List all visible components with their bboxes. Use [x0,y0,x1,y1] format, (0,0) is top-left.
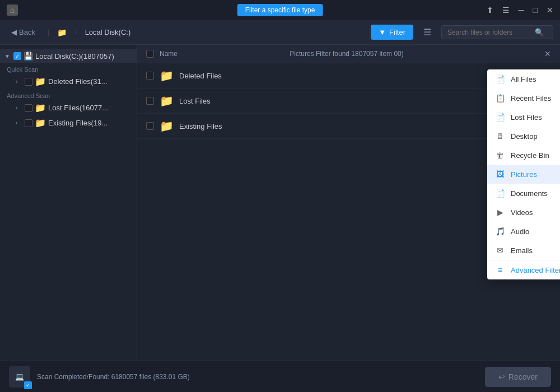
dropdown-videos[interactable]: ▶ Videos [487,203,560,222]
recycle-bin-label: Recycle Bin [511,151,549,160]
emails-label: Emails [511,246,533,255]
check-badge-icon: ✓ [24,381,32,389]
back-button[interactable]: ◀ Back [7,26,40,39]
titlebar: ⌂ Filter a specific file type ⬆ ☰ ─ □ ✕ [0,0,560,20]
lost-expand-icon: › [16,105,22,111]
all-files-icon: 📄 [495,74,505,83]
root-checkbox[interactable]: ✓ [13,52,21,60]
dropdown-all-files[interactable]: 📄 All Files [487,69,560,88]
expand-icon: ▼ [4,53,11,59]
sidebar-lost-files[interactable]: › 📁 Lost Files(16077... [0,100,137,115]
close-icon[interactable]: ✕ [547,6,553,15]
file-name-1: Lost Files [179,97,478,105]
pictures-label: Pictures [511,170,537,179]
dropdown-lost-files[interactable]: 📄 Lost Files [487,108,560,127]
sidebar-existing-files[interactable]: › 📁 Existing Files(19... [0,115,137,130]
recent-files-icon: 📋 [495,94,505,102]
maximize-icon[interactable]: □ [533,6,538,15]
computer-icon: 💻 [15,372,24,381]
audio-icon: 🎵 [495,227,505,236]
file-name-0: Deleted Files [179,72,478,80]
list-view-button[interactable]: ☰ [419,25,436,40]
deleted-expand-icon: › [16,78,22,85]
titlebar-center: Filter a specific file type [237,4,323,16]
titlebar-left: ⌂ [7,4,18,16]
advanced-filter-icon: ≡ [495,265,505,274]
menu-icon[interactable]: ☰ [502,6,510,15]
audio-label: Audio [511,227,529,236]
row-checkbox-1[interactable] [146,97,154,105]
lost-folder-icon: 📁 [35,102,46,113]
row-checkbox-2[interactable] [146,122,154,130]
recover-icon: ↩ [498,372,505,381]
nav-separator: | [48,28,49,36]
filter-icon: ▼ [379,28,386,36]
emails-icon: ✉ [495,246,505,255]
filter-label: Filter [389,28,405,36]
header-checkbox[interactable] [146,50,154,58]
dropdown-recycle-bin[interactable]: 🗑 Recycle Bin [487,146,560,165]
titlebar-controls: ⬆ ☰ ─ □ ✕ [487,6,553,15]
documents-label: Documents [511,189,548,198]
dropdown-documents[interactable]: 📄 Documents [487,184,560,203]
folder-icon-1: 📁 [160,94,174,108]
quick-scan-label: Quick Scan [0,63,137,74]
toolbar: ◀ Back | 📁 › Local Disk(C:) ▼ Filter ☰ 🔍 [0,20,560,45]
search-input[interactable] [447,29,531,36]
existing-folder-icon: 📁 [35,118,46,128]
filter-button[interactable]: ▼ Filter [371,25,413,40]
back-arrow-icon: ◀ [11,28,17,36]
filter-badge: Filter a specific file type [237,4,323,16]
row-checkbox-0[interactable] [146,72,154,80]
col-name-header: Name [160,50,284,58]
deleted-checkbox[interactable] [25,78,32,86]
nav-path: Local Disk(C:) [85,28,131,36]
back-label: Back [19,28,35,36]
dropdown-advanced-filter[interactable]: ≡ Advanced Filter [487,260,560,279]
dropdown-audio[interactable]: 🎵 Audio [487,222,560,241]
existing-checkbox[interactable] [25,119,32,127]
recent-files-label: Recent Files [511,94,551,102]
filelist: Name Pictures Filter found 1807057 item … [137,45,560,361]
existing-expand-icon: › [16,120,22,126]
search-icon: 🔍 [535,28,544,36]
minimize-icon[interactable]: ─ [519,6,524,15]
sidebar-root[interactable]: ▼ ✓ 💾 Local Disk(C:)(1807057) [0,49,137,63]
filelist-header: Name Pictures Filter found 1807057 item … [137,45,560,63]
dropdown-emails[interactable]: ✉ Emails [487,241,560,260]
videos-label: Videos [511,208,533,217]
pictures-icon: 🖼 [495,170,505,179]
dropdown-pictures[interactable]: 🖼 Pictures ✓ [487,165,560,184]
advanced-filter-label: Advanced Filter [511,266,560,274]
disk-folder-icon: 📁 [57,28,67,37]
sidebar: ▼ ✓ 💾 Local Disk(C:)(1807057) Quick Scan… [0,45,137,361]
deleted-files-label: Deleted Files(31... [48,77,108,86]
dropdown-recent-files[interactable]: 📋 Recent Files [487,88,560,108]
recover-button[interactable]: ↩ Recover [485,367,551,387]
bottombar: 💻 ✓ Scan Completed/Found: 6180057 files … [0,361,560,392]
search-box[interactable]: 🔍 [441,25,553,39]
home-icon[interactable]: ⌂ [7,4,18,16]
deleted-folder-icon: 📁 [35,76,46,87]
existing-files-label: Existing Files(19... [48,119,108,127]
desktop-label: Desktop [511,132,538,141]
videos-icon: ▶ [495,208,505,217]
advanced-scan-label: Advanced Scan [0,89,137,100]
folder-icon-2: 📁 [160,119,174,133]
share-icon[interactable]: ⬆ [487,6,493,15]
lost-files-label: Lost Files(16077... [48,104,108,112]
filelist-close-button[interactable]: ✕ [544,49,551,58]
recycle-bin-icon: 🗑 [495,151,505,160]
root-label: Local Disk(C:)(1807057) [35,52,114,60]
lost-checkbox[interactable] [25,104,32,112]
dropdown-desktop[interactable]: 🖥 Desktop [487,127,560,146]
disk-icon: 💾 [24,52,33,60]
nav-arrow: › [74,28,77,36]
main: ▼ ✓ 💾 Local Disk(C:)(1807057) Quick Scan… [0,45,560,361]
sidebar-deleted-files[interactable]: › 📁 Deleted Files(31... [0,74,137,89]
desktop-icon: 🖥 [495,132,505,141]
folder-icon-0: 📁 [160,69,174,82]
computer-icon-wrap: 💻 ✓ [9,366,30,388]
lost-files-label: Lost Files [511,113,542,122]
all-files-label: All Files [511,75,536,83]
